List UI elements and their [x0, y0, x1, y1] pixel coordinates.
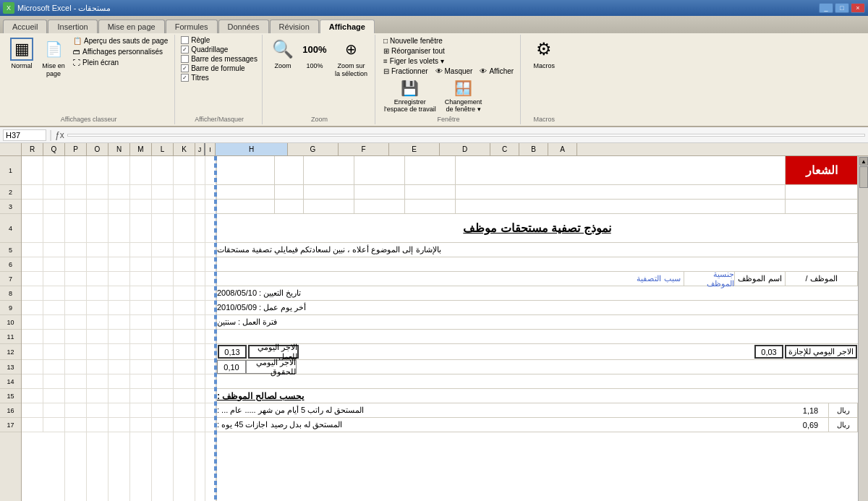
cell-R6[interactable]: [22, 257, 43, 272]
close-btn[interactable]: ×: [851, 3, 865, 13]
cell-P9[interactable]: [65, 301, 86, 315]
cell-H2[interactable]: [786, 185, 858, 199]
quadrillage-checkbox[interactable]: [181, 46, 189, 53]
macros-btn[interactable]: ⚙ Macros: [529, 36, 558, 72]
cell-P4[interactable]: [65, 214, 86, 243]
cell-R14[interactable]: [22, 374, 43, 389]
cell-Q15[interactable]: [43, 389, 64, 403]
cell-P3[interactable]: [65, 200, 86, 214]
cell-R2[interactable]: [22, 185, 43, 200]
cell-Q17[interactable]: [43, 418, 64, 432]
tab-formules[interactable]: Formules: [166, 20, 218, 33]
tab-revision[interactable]: Révision: [270, 20, 319, 33]
cb-barre-messages[interactable]: Barre des messages: [181, 55, 258, 63]
cell-R12[interactable]: [22, 344, 43, 360]
cell-P16[interactable]: [65, 403, 86, 418]
row17-val[interactable]: 0,69: [793, 418, 829, 432]
row17-label[interactable]: المستحق له بدل رصيد اجازات 45 يوه :: [217, 418, 793, 432]
cell-Q6[interactable]: [43, 257, 64, 272]
cell-G2[interactable]: [456, 185, 786, 199]
cell-P5[interactable]: [65, 243, 86, 257]
cell-P11[interactable]: [65, 330, 86, 344]
cb-titres[interactable]: Titres: [181, 74, 258, 82]
reorganiser-btn[interactable]: ⊞ Réorganiser tout: [381, 46, 447, 56]
scroll-up-btn[interactable]: ▲: [859, 157, 868, 166]
figer-btn[interactable]: ≡ Figer les volets ▾: [381, 56, 446, 66]
cell-P10[interactable]: [65, 315, 86, 330]
cell-R1[interactable]: [22, 156, 43, 185]
scroll-thumb[interactable]: [859, 166, 868, 188]
cell-P17[interactable]: [65, 418, 86, 432]
cell-P13[interactable]: [65, 360, 86, 374]
cell-Q2[interactable]: [43, 185, 64, 200]
zoom-btn[interactable]: 🔍 Zoom: [268, 36, 297, 72]
cell-R10[interactable]: [22, 315, 43, 330]
cell-Q1[interactable]: [43, 156, 64, 185]
cell-R11[interactable]: [22, 330, 43, 344]
cb-quadrillage[interactable]: Quadrillage: [181, 46, 258, 53]
logo-cell[interactable]: الشعار: [786, 156, 858, 184]
tab-accueil[interactable]: Accueil: [3, 20, 47, 33]
col4-header[interactable]: سبب التصفية: [634, 272, 684, 286]
titres-checkbox[interactable]: [181, 74, 189, 82]
col3-header[interactable]: جنسية الموظف: [684, 272, 735, 286]
cell-Q16[interactable]: [43, 403, 64, 418]
barre-formule-checkbox[interactable]: [181, 64, 189, 72]
affichages-perso-btn[interactable]: 🗃 Affichages personnalisés: [71, 47, 170, 56]
col1-header[interactable]: الموظف /: [786, 272, 858, 286]
cell-E1[interactable]: [354, 156, 405, 184]
plein-ecran-btn[interactable]: ⛶ Plein écran: [71, 58, 170, 67]
cell-B1[interactable]: [246, 156, 275, 184]
regle-checkbox[interactable]: [181, 36, 189, 44]
cell-Q9[interactable]: [43, 301, 64, 315]
cell-R16[interactable]: [22, 403, 43, 418]
cb-regle[interactable]: Règle: [181, 36, 258, 44]
cell-A1[interactable]: [217, 156, 246, 184]
main-title-cell[interactable]: نموذج تصفية مستحقات موظف: [217, 214, 858, 242]
tab-affichage[interactable]: Affichage: [320, 20, 375, 33]
formula-input[interactable]: [67, 134, 865, 137]
cell-P14[interactable]: [65, 374, 86, 389]
cell-P1[interactable]: [65, 156, 86, 185]
cell-P12[interactable]: [65, 344, 86, 360]
cell-R15[interactable]: [22, 389, 43, 403]
cell-reference[interactable]: H37: [3, 129, 46, 141]
row16-label[interactable]: المستحق له راتب 5 أيام من شهر ..... عام …: [217, 403, 793, 417]
cell-Q7[interactable]: [43, 272, 64, 286]
cell-Q13[interactable]: [43, 360, 64, 374]
cell-Q5[interactable]: [43, 243, 64, 257]
row9-cell[interactable]: أخر يوم عمل : 2010/05/09: [217, 301, 858, 314]
row12-label2[interactable]: الاجر اليومي للإجازة: [785, 345, 857, 359]
cell-R13[interactable]: [22, 360, 43, 374]
barre-messages-checkbox[interactable]: [181, 55, 189, 63]
cell-P6[interactable]: [65, 257, 86, 272]
cell-Q8[interactable]: [43, 286, 64, 301]
zoom-selection-btn[interactable]: ⊕ Zoom surla sélection: [332, 36, 370, 80]
cell-R8[interactable]: [22, 286, 43, 301]
mise-en-page-btn[interactable]: 📄 Mise enpage: [39, 36, 68, 80]
cell-R7[interactable]: [22, 272, 43, 286]
apercu-btn[interactable]: 📋 Aperçu des sauts de page: [71, 36, 170, 46]
cell-F1[interactable]: [405, 156, 456, 184]
cell-R17[interactable]: [22, 418, 43, 432]
tab-mise-en-page[interactable]: Mise en page: [98, 20, 165, 33]
row13-val[interactable]: 0,10: [217, 360, 246, 374]
normal-btn[interactable]: ▦ Normal: [7, 36, 36, 72]
cell-P15[interactable]: [65, 389, 86, 403]
cell-C1[interactable]: [275, 156, 304, 184]
cell-Q14[interactable]: [43, 374, 64, 389]
subtitle-cell[interactable]: بالإشارة إلى الموضوع أعلاه ، نبين لسعادت…: [217, 243, 858, 257]
formula-fx-icon[interactable]: ƒx: [55, 130, 64, 140]
cell-Q3[interactable]: [43, 200, 64, 214]
row17-unit[interactable]: ريال: [829, 418, 858, 432]
row15-cell[interactable]: يحسب لصالح الموظف :: [217, 389, 858, 403]
cell-G1[interactable]: [456, 156, 786, 184]
cell-R3[interactable]: [22, 200, 43, 214]
cell-D1[interactable]: [304, 156, 354, 184]
row12-label1[interactable]: الاجر اليومي للعمل: [248, 345, 299, 359]
nouvelle-fenetre-btn[interactable]: □ Nouvelle fenêtre: [381, 36, 445, 46]
cell-Q11[interactable]: [43, 330, 64, 344]
enregistrer-btn[interactable]: 💾 Enregistrerl'espace de travail: [381, 78, 439, 114]
cell-R4[interactable]: [22, 214, 43, 243]
cell-P2[interactable]: [65, 185, 86, 200]
